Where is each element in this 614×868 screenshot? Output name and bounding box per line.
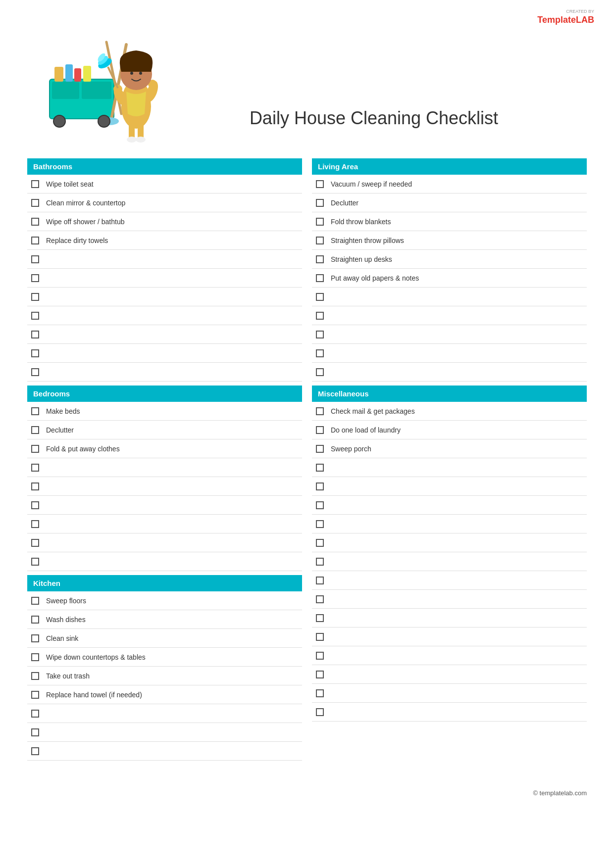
checkbox[interactable]: [31, 691, 39, 699]
checkbox[interactable]: [31, 445, 39, 453]
checkbox[interactable]: [316, 349, 324, 357]
checklist-item[interactable]: [312, 458, 587, 477]
checklist-item[interactable]: Clean sink: [27, 629, 302, 648]
checklist-item[interactable]: [27, 496, 302, 515]
checklist-item[interactable]: Replace hand towel (if needed): [27, 685, 302, 704]
checkbox[interactable]: [316, 595, 324, 603]
checkbox[interactable]: [316, 445, 324, 453]
checkbox[interactable]: [316, 255, 324, 263]
checkbox[interactable]: [316, 539, 324, 547]
checklist-item[interactable]: [312, 609, 587, 627]
checkbox[interactable]: [316, 312, 324, 320]
checklist-item[interactable]: Declutter: [312, 193, 587, 212]
checkbox[interactable]: [31, 597, 39, 605]
checklist-item[interactable]: Declutter: [27, 421, 302, 439]
checklist-item[interactable]: [27, 458, 302, 477]
checkbox[interactable]: [316, 633, 324, 641]
checkbox[interactable]: [31, 710, 39, 718]
checklist-item[interactable]: Straighten up desks: [312, 250, 587, 269]
checklist-item[interactable]: Straighten throw pillows: [312, 231, 587, 250]
checkbox[interactable]: [316, 482, 324, 490]
checklist-item[interactable]: Check mail & get packages: [312, 402, 587, 421]
checklist-item[interactable]: Put away old papers & notes: [312, 269, 587, 288]
checklist-item[interactable]: Do one load of laundry: [312, 421, 587, 439]
checklist-item[interactable]: [312, 496, 587, 515]
checkbox[interactable]: [31, 672, 39, 680]
checkbox[interactable]: [31, 237, 39, 244]
checkbox[interactable]: [31, 616, 39, 624]
checkbox[interactable]: [316, 331, 324, 338]
checkbox[interactable]: [316, 426, 324, 434]
checkbox[interactable]: [316, 237, 324, 244]
checkbox[interactable]: [31, 331, 39, 338]
checkbox[interactable]: [31, 747, 39, 755]
checklist-item[interactable]: Replace dirty towels: [27, 231, 302, 250]
checkbox[interactable]: [31, 255, 39, 263]
checkbox[interactable]: [316, 652, 324, 660]
checkbox[interactable]: [31, 426, 39, 434]
checkbox[interactable]: [31, 349, 39, 357]
checklist-item[interactable]: Wipe off shower / bathtub: [27, 212, 302, 231]
checkbox[interactable]: [316, 199, 324, 207]
checkbox[interactable]: [31, 407, 39, 415]
checklist-item[interactable]: [312, 665, 587, 684]
checkbox[interactable]: [31, 501, 39, 509]
checkbox[interactable]: [316, 689, 324, 697]
checkbox[interactable]: [316, 180, 324, 188]
checkbox[interactable]: [316, 520, 324, 528]
checklist-item[interactable]: [312, 515, 587, 533]
checklist-item[interactable]: [312, 477, 587, 496]
checklist-item[interactable]: [312, 552, 587, 571]
checklist-item[interactable]: [312, 590, 587, 609]
checkbox[interactable]: [31, 482, 39, 490]
checklist-item[interactable]: [312, 325, 587, 344]
checkbox[interactable]: [316, 614, 324, 622]
checklist-item[interactable]: [312, 703, 587, 722]
checkbox[interactable]: [31, 293, 39, 301]
checkbox[interactable]: [316, 407, 324, 415]
checklist-item[interactable]: [312, 363, 587, 382]
checklist-item[interactable]: Vacuum / sweep if needed: [312, 175, 587, 193]
checklist-item[interactable]: [312, 533, 587, 552]
checkbox[interactable]: [316, 368, 324, 376]
checklist-item[interactable]: Take out trash: [27, 667, 302, 685]
checklist-item[interactable]: [312, 646, 587, 665]
checkbox[interactable]: [31, 274, 39, 282]
checklist-item[interactable]: [27, 533, 302, 552]
checklist-item[interactable]: [27, 704, 302, 723]
checkbox[interactable]: [316, 293, 324, 301]
checkbox[interactable]: [31, 558, 39, 566]
checkbox[interactable]: [31, 728, 39, 736]
checkbox[interactable]: [31, 464, 39, 472]
checklist-item[interactable]: [27, 288, 302, 306]
checklist-item[interactable]: Clean mirror & countertop: [27, 193, 302, 212]
checkbox[interactable]: [316, 671, 324, 678]
checkbox[interactable]: [316, 501, 324, 509]
checkbox[interactable]: [31, 368, 39, 376]
checklist-item[interactable]: Fold & put away clothes: [27, 439, 302, 458]
checklist-item[interactable]: [312, 627, 587, 646]
checkbox[interactable]: [31, 312, 39, 320]
checkbox[interactable]: [316, 708, 324, 716]
checklist-item[interactable]: Make beds: [27, 402, 302, 421]
checklist-item[interactable]: [312, 344, 587, 363]
checkbox[interactable]: [31, 180, 39, 188]
checkbox[interactable]: [316, 558, 324, 566]
checklist-item[interactable]: Wash dishes: [27, 610, 302, 629]
checkbox[interactable]: [31, 653, 39, 661]
checklist-item[interactable]: [27, 344, 302, 363]
checklist-item[interactable]: [27, 250, 302, 269]
checklist-item[interactable]: Wipe toilet seat: [27, 175, 302, 193]
checklist-item[interactable]: Sweep porch: [312, 439, 587, 458]
checklist-item[interactable]: [312, 684, 587, 703]
checkbox[interactable]: [31, 634, 39, 642]
checklist-item[interactable]: [27, 723, 302, 742]
checkbox[interactable]: [316, 464, 324, 472]
checkbox[interactable]: [31, 539, 39, 547]
checklist-item[interactable]: [312, 288, 587, 306]
checklist-item[interactable]: [27, 325, 302, 344]
checklist-item[interactable]: [27, 477, 302, 496]
checkbox[interactable]: [316, 274, 324, 282]
checklist-item[interactable]: Sweep floors: [27, 591, 302, 610]
checklist-item[interactable]: Wipe down countertops & tables: [27, 648, 302, 667]
